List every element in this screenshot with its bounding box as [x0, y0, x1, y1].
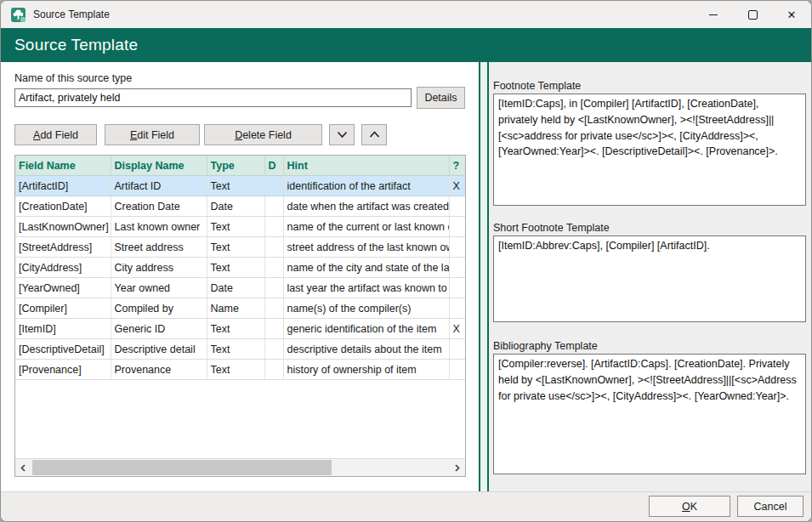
cell-question[interactable]: X: [449, 319, 465, 339]
cell-field-name[interactable]: [ItemID]: [15, 319, 111, 339]
h-scrollbar[interactable]: [15, 458, 465, 476]
cell-type[interactable]: Text: [207, 319, 264, 339]
panel-splitter[interactable]: [479, 62, 489, 491]
table-row[interactable]: [ItemID] Generic ID Text generic identif…: [15, 319, 465, 339]
chevron-up-icon: [369, 131, 380, 139]
minimize-button[interactable]: [694, 1, 733, 28]
cell-type[interactable]: Date: [207, 278, 264, 298]
cell-display-name[interactable]: Compiled by: [111, 298, 207, 319]
short-footnote-template-input[interactable]: [ItemID:Abbrev:Caps], [Compiler] [Artifa…: [493, 235, 806, 322]
source-type-input[interactable]: [14, 88, 412, 107]
move-field-up-button[interactable]: [361, 124, 387, 145]
delete-field-button[interactable]: Delete Field: [204, 124, 322, 145]
table-row[interactable]: [YearOwned] Year owned Date last year th…: [15, 278, 465, 298]
cell-type[interactable]: Text: [207, 360, 264, 380]
scroll-right-button[interactable]: [450, 459, 465, 476]
cell-display-name[interactable]: Year owned: [111, 278, 207, 298]
cell-d[interactable]: [264, 298, 283, 319]
cell-question[interactable]: [449, 339, 465, 360]
cell-type[interactable]: Text: [207, 237, 264, 258]
cell-display-name[interactable]: Artifact ID: [111, 176, 207, 196]
cell-hint[interactable]: name of the current or last known owner: [283, 217, 449, 237]
ok-button[interactable]: OK: [649, 496, 730, 517]
cell-type[interactable]: Text: [207, 339, 264, 360]
cell-d[interactable]: [264, 319, 283, 339]
cell-field-name[interactable]: [CityAddress]: [15, 258, 111, 278]
cell-field-name[interactable]: [DescriptiveDetail]: [15, 339, 111, 360]
move-field-down-button[interactable]: [329, 124, 355, 145]
app-tree-icon: [11, 8, 26, 22]
cell-display-name[interactable]: Creation Date: [111, 196, 207, 217]
cell-field-name[interactable]: [ArtifactID]: [15, 176, 111, 196]
dialog-footer: OK Cancel: [1, 491, 811, 522]
cell-hint[interactable]: descriptive details about the item: [283, 339, 449, 360]
cell-question[interactable]: [449, 360, 465, 380]
cell-question[interactable]: [449, 237, 465, 258]
maximize-button[interactable]: [733, 1, 772, 28]
footnote-template-input[interactable]: [ItemID:Caps], in [Compiler] [ArtifactID…: [493, 94, 806, 206]
cell-type[interactable]: Text: [207, 258, 264, 278]
table-row[interactable]: [StreetAddress] Street address Text stre…: [15, 237, 465, 258]
cell-hint[interactable]: history of ownership of item: [283, 360, 449, 380]
cell-hint[interactable]: generic identification of the item: [283, 319, 449, 339]
table-row[interactable]: [LastKnownOwner] Last known owner Text n…: [15, 217, 465, 237]
cell-question[interactable]: [449, 258, 465, 278]
cell-field-name[interactable]: [CreationDate]: [15, 196, 111, 217]
cell-d[interactable]: [264, 258, 283, 278]
cell-field-name[interactable]: [LastKnownOwner]: [15, 217, 111, 237]
cell-display-name[interactable]: Generic ID: [111, 319, 207, 339]
table-row[interactable]: [CreationDate] Creation Date Date date w…: [15, 196, 465, 217]
details-button[interactable]: Details: [417, 87, 465, 109]
source-type-label: Name of this source type: [14, 72, 132, 84]
cell-d[interactable]: [264, 237, 283, 258]
bibliography-template-label: Bibliography Template: [493, 340, 598, 352]
cell-display-name[interactable]: Last known owner: [111, 217, 207, 237]
cell-question[interactable]: [449, 196, 465, 217]
cancel-button[interactable]: Cancel: [737, 496, 803, 517]
cell-d[interactable]: [264, 176, 283, 196]
cell-d[interactable]: [264, 360, 283, 380]
cell-display-name[interactable]: Descriptive detail: [111, 339, 207, 360]
table-row[interactable]: [Compiler] Compiled by Name name(s) of t…: [15, 298, 465, 319]
close-button[interactable]: ✕: [772, 1, 811, 28]
edit-field-button[interactable]: Edit Field: [105, 124, 200, 145]
cell-field-name[interactable]: [YearOwned]: [15, 278, 111, 298]
cell-question[interactable]: [449, 298, 465, 319]
cell-type[interactable]: Date: [207, 196, 264, 217]
cell-field-name[interactable]: [Compiler]: [15, 298, 111, 319]
cell-hint[interactable]: street address of the last known owner: [283, 237, 449, 258]
table-header-row: Field Name Display Name Type D Hint ?: [15, 156, 465, 176]
cell-type[interactable]: Name: [207, 298, 264, 319]
right-panel: Footnote Template [ItemID:Caps], in [Com…: [489, 62, 811, 491]
bibliography-template-input[interactable]: [Compiler:reverse]. [ArtifactID:Caps]. […: [493, 354, 806, 474]
cell-hint[interactable]: date when the artifact was created: [283, 196, 449, 217]
cell-question[interactable]: [449, 217, 465, 237]
table-row[interactable]: [Provenance] Provenance Text history of …: [15, 360, 465, 380]
cell-display-name[interactable]: Street address: [111, 237, 207, 258]
cell-type[interactable]: Text: [207, 176, 264, 196]
col-d: D: [264, 156, 283, 176]
scroll-left-button[interactable]: [15, 459, 31, 476]
minimize-icon: [709, 14, 718, 15]
cell-d[interactable]: [264, 278, 283, 298]
scrollbar-thumb[interactable]: [32, 460, 332, 475]
table-row[interactable]: [DescriptiveDetail] Descriptive detail T…: [15, 339, 465, 360]
table-row[interactable]: [ArtifactID] Artifact ID Text identifica…: [15, 176, 465, 196]
cell-hint[interactable]: name of the city and state of the last: [283, 258, 449, 278]
cell-field-name[interactable]: [Provenance]: [15, 360, 111, 380]
add-field-button[interactable]: Add Field: [14, 124, 97, 145]
cell-hint[interactable]: identification of the artifact: [283, 176, 449, 196]
cell-d[interactable]: [264, 217, 283, 237]
cell-display-name[interactable]: Provenance: [111, 360, 207, 380]
cell-type[interactable]: Text: [207, 217, 264, 237]
maximize-icon: [748, 10, 758, 20]
cell-hint[interactable]: name(s) of the compiler(s): [283, 298, 449, 319]
cell-display-name[interactable]: City address: [111, 258, 207, 278]
cell-d[interactable]: [264, 339, 283, 360]
cell-field-name[interactable]: [StreetAddress]: [15, 237, 111, 258]
table-row[interactable]: [CityAddress] City address Text name of …: [15, 258, 465, 278]
cell-question[interactable]: X: [449, 176, 465, 196]
cell-d[interactable]: [264, 196, 283, 217]
cell-hint[interactable]: last year the artifact was known to be: [283, 278, 449, 298]
cell-question[interactable]: [449, 278, 465, 298]
